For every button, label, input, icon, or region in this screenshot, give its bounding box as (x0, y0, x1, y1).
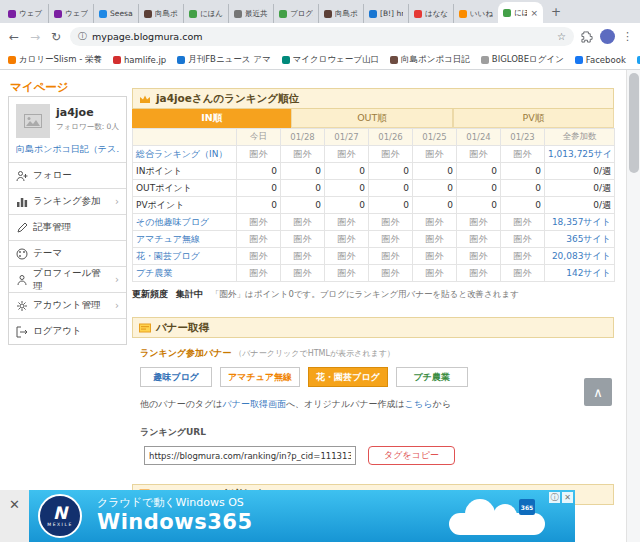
browser-tab[interactable]: [B!] hn (363, 4, 408, 23)
tab-out-order[interactable]: OUT順 (291, 109, 452, 128)
ad-dismiss-icon[interactable]: ✕ (562, 492, 573, 503)
browser-tab[interactable]: 向島ポ (138, 4, 183, 23)
banner-screen-link[interactable]: バナー取得画面 (222, 399, 285, 409)
photo-placeholder-icon (24, 114, 42, 128)
rank-cell: 0 (457, 197, 501, 214)
row-label-link[interactable]: アマチュア無線 (133, 231, 237, 248)
rank-cell: 0 (281, 197, 325, 214)
ad-info-icon[interactable]: ⓘ (549, 492, 560, 503)
tab-title: ブログ村 (290, 9, 313, 19)
sidebar: ja4joe フォロワー数: 0人 向島ポンポコ日記（テス… フォロー ランキン… (8, 96, 127, 345)
browser-tab[interactable]: いいね (453, 4, 498, 23)
sidebar-item-logout[interactable]: ログアウト (9, 318, 126, 344)
browser-tab[interactable]: Seesaa (93, 4, 138, 23)
browser-tab[interactable]: 最近共 (228, 4, 273, 23)
sidebar-item-follow[interactable]: フォロー (9, 162, 126, 188)
bookmark-item[interactable]: 向島ポンポコ日記 (390, 54, 470, 66)
bookmark-item[interactable]: カロリーSlism - 栄養 (8, 54, 102, 66)
banner-flower-garden[interactable]: 花・園芸ブログ (308, 367, 388, 387)
column-header: 01/24 (457, 129, 501, 146)
browser-menu-icon[interactable]: ⋮ (622, 30, 633, 43)
banner-section-title: バナー取得 (156, 321, 209, 335)
reload-icon[interactable]: ↻ (49, 30, 63, 44)
copy-tag-button[interactable]: タグをコピー (368, 446, 455, 465)
row-label: PVポイント (133, 197, 237, 214)
row-label-link[interactable]: 総合ランキング（IN） (133, 146, 237, 163)
browser-tab-active[interactable]: にほ× (498, 2, 543, 23)
tab-favicon-icon (279, 10, 287, 18)
row-label-link[interactable]: プチ農業 (133, 265, 237, 282)
row-label-link[interactable]: その他趣味ブログ (133, 214, 237, 231)
rank-cell: 圏外 (369, 248, 413, 265)
bookmark-favicon-icon (390, 56, 398, 64)
ad-close-button[interactable]: ✕ (0, 490, 29, 542)
rank-cell: 圏外 (501, 146, 545, 163)
sidebar-item-label: フォロー (33, 169, 72, 182)
bookmark-item[interactable]: BIGLOBEログイン (481, 54, 564, 66)
sidebar-item-account[interactable]: アカウント管理 › (9, 292, 126, 318)
sidebar-item-profile[interactable]: プロフィール管理 › (9, 266, 126, 292)
extensions-puzzle-icon[interactable] (581, 31, 593, 43)
rank-cell: 0 (369, 180, 413, 197)
forward-icon[interactable]: → (28, 30, 42, 44)
tab-favicon-icon (144, 10, 152, 18)
profile-avatar[interactable] (600, 29, 615, 44)
tab-title: 最近共 (245, 9, 268, 19)
ad-banner[interactable]: N MEXILE クラウドで動くWindows OS Windows365 36… (29, 490, 575, 542)
row-label-link[interactable]: 花・園芸ブログ (133, 248, 237, 265)
browser-tab[interactable]: にほん (183, 4, 228, 23)
palette-icon (16, 248, 28, 260)
blog-title-link[interactable]: 向島ポンポコ日記（テス… (16, 143, 119, 156)
bookmark-item[interactable]: マイクロウェーブ山口 (282, 54, 379, 66)
rank-cell: 圏外 (281, 146, 325, 163)
browser-tab[interactable]: 向島ポ (318, 4, 363, 23)
scroll-to-top-button[interactable]: ∧ (584, 378, 612, 406)
tab-title: [B!] hn (380, 9, 403, 18)
tab-title: にほん (200, 9, 223, 19)
bookmark-label: BIGLOBEログイン (492, 54, 564, 66)
rank-cell: 圏外 (501, 265, 545, 282)
total-cell[interactable]: 18,357サイト (545, 214, 615, 231)
bookmark-item[interactable]: hamlife.jp (113, 55, 166, 65)
banner-hobby-blog[interactable]: 趣味ブログ (140, 367, 212, 387)
tab-pv-order[interactable]: PV順 (453, 109, 614, 128)
bookmark-item[interactable]: 月刊FBニュース アマ (177, 54, 270, 66)
total-cell[interactable]: 1,013,725サイト (545, 146, 615, 163)
bookmarks-bar: カロリーSlism - 栄養 hamlife.jp 月刊FBニュース アマ マイ… (0, 50, 640, 70)
browser-tab[interactable]: ウェブリ (3, 4, 48, 23)
back-icon[interactable]: ← (7, 30, 21, 44)
browser-toolbar: ← → ↻ ⓘ mypage.blogmura.com ☆ ⋮ (0, 23, 640, 50)
banner-amateur-radio[interactable]: アマチュア無線 (220, 367, 300, 387)
total-cell[interactable]: 365サイト (545, 231, 615, 248)
ad-product-name: Windows365 (97, 510, 253, 534)
new-tab-button[interactable]: + (548, 4, 564, 20)
browser-tab[interactable]: ブログ村 (273, 4, 318, 23)
column-header: 01/25 (413, 129, 457, 146)
original-banner-link[interactable]: こちら (405, 399, 433, 409)
total-cell[interactable]: 20,083サイト (545, 248, 615, 265)
banner-petit-farming[interactable]: プチ農業 (396, 367, 468, 387)
tab-in-order[interactable]: IN順 (132, 109, 291, 128)
sidebar-item-articles[interactable]: 記事管理 (9, 214, 126, 240)
bookmark-label: マイクロウェーブ山口 (293, 54, 379, 66)
table-row: OUTポイント 0 0 0 0 0 0 0 0/週 (133, 180, 615, 197)
bookmark-star-icon[interactable]: ☆ (557, 31, 566, 42)
sidebar-item-label: アカウント管理 (33, 299, 101, 312)
browser-tab[interactable]: ウェブリ (48, 4, 93, 23)
total-cell[interactable]: 142サイト (545, 265, 615, 282)
tab-favicon-icon (459, 10, 467, 18)
scrollbar[interactable] (626, 70, 640, 542)
site-info-icon[interactable]: ⓘ (78, 30, 87, 43)
ranking-url-input[interactable] (144, 446, 356, 465)
browser-tab[interactable]: はなな (408, 4, 453, 23)
sidebar-item-theme[interactable]: テーマ (9, 240, 126, 266)
address-bar[interactable]: ⓘ mypage.blogmura.com ☆ (70, 27, 574, 46)
tab-title: 向島ポ (155, 9, 178, 19)
rank-cell: 圏外 (413, 265, 457, 282)
bookmark-item[interactable]: Facebook (575, 55, 626, 65)
other-banner-text: 他のバナーのタグは (140, 399, 222, 409)
sidebar-item-ranking[interactable]: ランキング参加 › (9, 188, 126, 214)
banner-icon (139, 323, 151, 333)
scrollbar-thumb[interactable] (629, 73, 639, 173)
tab-close-icon[interactable]: × (530, 8, 538, 18)
